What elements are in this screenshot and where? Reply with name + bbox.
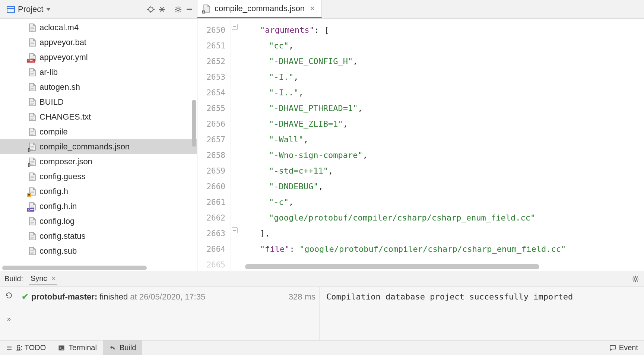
terminal-icon: >_ — [58, 345, 65, 351]
file-tree-item[interactable]: appveyor.bat — [0, 35, 197, 50]
file-name: config.h — [39, 187, 68, 196]
file-icon — [28, 68, 37, 77]
gear-icon[interactable] — [631, 275, 640, 283]
sidebar-scrollbar-vertical[interactable] — [192, 19, 196, 271]
file-tree-item[interactable]: config.sub — [0, 244, 197, 259]
editor-tab-compile-commands[interactable]: {} compile_commands.json ✕ — [197, 0, 322, 18]
svg-line-72 — [637, 276, 638, 277]
file-icon — [28, 112, 37, 121]
json-file-icon: {} — [203, 4, 211, 13]
terminal-tool-button[interactable]: >_ Terminal — [52, 340, 103, 355]
file-name: config.status — [39, 231, 86, 241]
build-panel: Build: Sync ✕ » ✔ protobuf-master: — [0, 271, 644, 340]
line-number: 2658 — [197, 148, 225, 163]
build-tree[interactable]: ✔ protobuf-master: finished at 26/05/202… — [18, 287, 320, 340]
file-tree-item[interactable]: C++config.h.in — [0, 199, 197, 214]
scrollbar-thumb[interactable] — [192, 100, 196, 147]
divider — [170, 5, 170, 14]
editor[interactable]: 2650265126522653265426552656265726582659… — [197, 19, 644, 271]
file-tree-item[interactable]: config.guess — [0, 169, 197, 184]
code-line: "-Wno-sign-compare", — [242, 148, 644, 163]
chat-icon — [609, 345, 616, 351]
svg-rect-78 — [112, 346, 115, 349]
code-line: "cc", — [242, 38, 644, 54]
file-name: compile — [39, 127, 68, 137]
refresh-icon[interactable] — [5, 291, 13, 299]
fold-strip — [231, 19, 240, 271]
locate-icon[interactable] — [145, 4, 156, 15]
build-duration: 328 ms — [289, 292, 315, 302]
build-tool-button[interactable]: Build — [103, 340, 142, 355]
gear-icon[interactable] — [172, 4, 184, 15]
file-tree[interactable]: aclocal.m4appveyor.batYMLappveyor.ymlar-… — [0, 19, 197, 260]
code-line: "-DHAVE_CONFIG_H", — [242, 54, 644, 69]
build-panel-header: Build: Sync ✕ — [0, 271, 644, 287]
line-number: 2665 — [197, 257, 225, 273]
file-tree-item[interactable]: autogen.sh — [0, 80, 197, 95]
file-icon — [28, 217, 37, 226]
close-icon[interactable]: ✕ — [308, 4, 316, 13]
close-icon[interactable]: ✕ — [51, 275, 56, 282]
line-number: 2657 — [197, 132, 225, 148]
collapse-all-icon[interactable] — [156, 4, 168, 15]
status-bar: 6: TODO >_ Terminal Build Event — [0, 340, 644, 355]
line-number: 2664 — [197, 241, 225, 257]
file-icon — [28, 98, 37, 107]
code-area[interactable]: "arguments": ["cc","-DHAVE_CONFIG_H","-I… — [240, 19, 644, 271]
code-line: "arguments": [ — [242, 22, 644, 38]
file-icon: H — [28, 187, 37, 196]
terminal-label: Terminal — [69, 343, 97, 352]
sync-tab-label: Sync — [31, 274, 47, 283]
project-sidebar: Project aclocal.m4appve — [0, 0, 197, 271]
file-tree-item[interactable]: config.status — [0, 229, 197, 244]
project-dropdown[interactable]: Project — [4, 3, 54, 16]
file-name: appveyor.bat — [39, 38, 86, 47]
svg-line-71 — [633, 280, 634, 281]
file-icon — [28, 23, 37, 32]
line-number: 2654 — [197, 85, 225, 101]
file-icon — [28, 38, 37, 47]
expand-icon[interactable]: » — [7, 315, 11, 323]
svg-line-12 — [180, 11, 180, 12]
line-number: 2661 — [197, 194, 225, 210]
event-log-button[interactable]: Event — [603, 340, 644, 355]
build-entry[interactable]: ✔ protobuf-master: finished at 26/05/202… — [22, 292, 315, 302]
file-tree-item[interactable]: config.log — [0, 214, 197, 229]
build-project-name: protobuf-master: — [31, 292, 97, 301]
file-tree-item[interactable]: BUILD — [0, 95, 197, 110]
build-output[interactable]: Compilation database project successfull… — [320, 287, 644, 340]
file-tree-item[interactable]: ar-lib — [0, 65, 197, 80]
check-icon: ✔ — [22, 292, 28, 302]
svg-point-6 — [177, 8, 180, 10]
editor-tabs: {} compile_commands.json ✕ — [197, 0, 644, 19]
editor-scrollbar-horizontal[interactable] — [245, 264, 622, 269]
code-line: "-I.", — [242, 69, 644, 85]
file-tree-item[interactable]: {}composer.json — [0, 154, 197, 169]
file-name: autogen.sh — [39, 82, 80, 92]
hide-icon[interactable] — [184, 4, 195, 15]
file-tree-item[interactable]: {}compile_commands.json — [0, 139, 197, 154]
build-message: Compilation database project successfull… — [326, 292, 573, 301]
code-line: "-DHAVE_PTHREAD=1", — [242, 101, 644, 116]
fold-marker-icon[interactable] — [232, 227, 238, 233]
scrollbar-thumb[interactable] — [245, 264, 539, 269]
file-name: config.sub — [39, 246, 77, 256]
todo-tool-button[interactable]: 6: TODO — [0, 340, 52, 355]
file-tree-item[interactable]: aclocal.m4 — [0, 20, 197, 35]
sidebar-scrollbar-horizontal[interactable] — [2, 266, 147, 270]
file-name: compile_commands.json — [39, 142, 130, 152]
file-tree-item[interactable]: compile — [0, 124, 197, 139]
file-tree-item[interactable]: YMLappveyor.yml — [0, 50, 197, 65]
line-number: 2659 — [197, 163, 225, 179]
chevron-down-icon — [46, 8, 51, 11]
file-name: appveyor.yml — [39, 53, 88, 62]
file-icon: YML — [28, 53, 37, 62]
sync-tab[interactable]: Sync ✕ — [29, 273, 57, 285]
fold-marker-icon[interactable] — [232, 24, 238, 30]
code-line: "-c", — [242, 194, 644, 210]
line-number: 2653 — [197, 69, 225, 85]
hammer-icon — [109, 345, 116, 351]
file-tree-item[interactable]: CHANGES.txt — [0, 110, 197, 124]
file-tree-item[interactable]: Hconfig.h — [0, 184, 197, 199]
file-name: CHANGES.txt — [39, 112, 91, 122]
